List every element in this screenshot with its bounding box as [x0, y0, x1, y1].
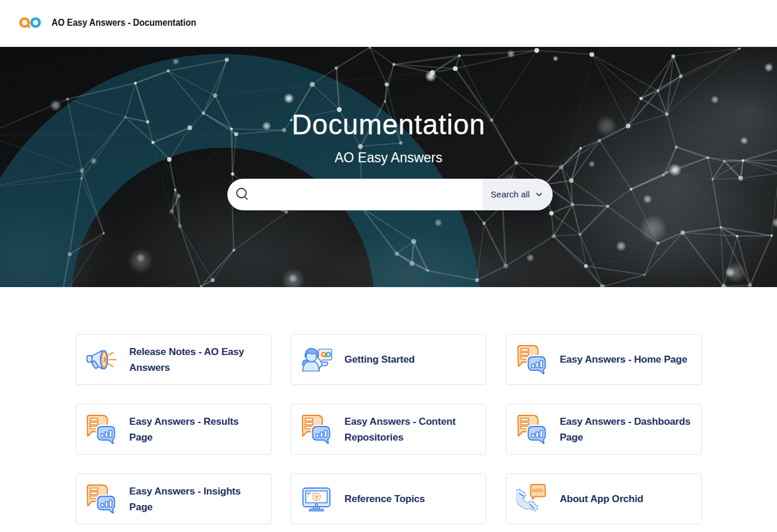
svg-text:?: ? [315, 493, 318, 500]
